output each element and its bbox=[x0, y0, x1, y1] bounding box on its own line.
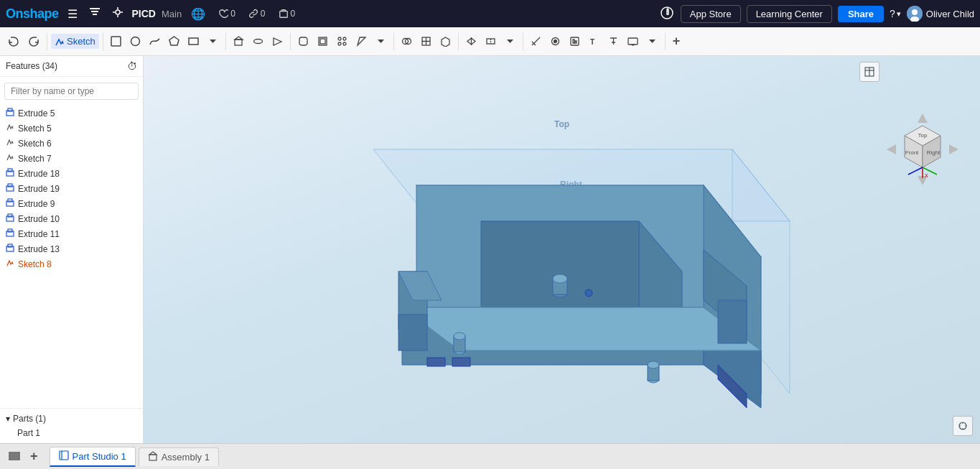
list-item[interactable]: Extrude 10 bbox=[0, 211, 143, 226]
list-item[interactable]: Extrude 13 bbox=[0, 241, 143, 256]
svg-rect-18 bbox=[235, 40, 242, 45]
feature-list: Extrude 5 Sketch 5 Sketch 6 bbox=[0, 106, 143, 408]
tools-dropdown-button[interactable] bbox=[372, 34, 390, 49]
svg-marker-89 bbox=[918, 113, 928, 123]
mate-button[interactable] bbox=[437, 34, 454, 49]
shell-button[interactable] bbox=[314, 34, 332, 49]
list-item[interactable]: Sketch 8 bbox=[0, 256, 143, 271]
svg-point-11 bbox=[912, 9, 918, 15]
assembly-tab[interactable]: Assembly 1 bbox=[139, 447, 219, 466]
part-studio-tab-icon bbox=[59, 450, 69, 463]
list-item[interactable]: Sketch 5 bbox=[0, 121, 143, 136]
toolbar-separator-4 bbox=[290, 33, 291, 50]
feature-name: Extrude 18 bbox=[18, 169, 60, 179]
shape-dropdown-button[interactable] bbox=[204, 34, 222, 49]
svg-line-36 bbox=[532, 37, 540, 45]
links-button[interactable]: 0 bbox=[245, 7, 269, 20]
svg-marker-19 bbox=[235, 37, 243, 40]
view-cube[interactable]: Top Front Right X bbox=[883, 110, 962, 189]
list-item[interactable]: Extrude 19 bbox=[0, 181, 143, 196]
section-button[interactable] bbox=[482, 34, 500, 49]
list-item[interactable]: Extrude 11 bbox=[0, 226, 143, 241]
render-button[interactable] bbox=[566, 34, 584, 49]
transform-button[interactable] bbox=[417, 34, 435, 49]
plus-button[interactable]: + bbox=[669, 32, 684, 51]
onshape-logo: Onshape bbox=[6, 6, 59, 22]
plane-button[interactable] bbox=[462, 34, 480, 49]
toolbar-separator-8 bbox=[665, 33, 666, 50]
sketch-button[interactable]: Sketch bbox=[51, 34, 99, 49]
svg-point-25 bbox=[343, 37, 346, 40]
extrude-icon bbox=[6, 198, 14, 209]
view-cube-svg: Top Front Right X bbox=[883, 110, 962, 189]
3d-viewport[interactable]: Top Right bbox=[144, 56, 980, 443]
add-tab-button[interactable]: + bbox=[27, 447, 41, 465]
revolve-button[interactable] bbox=[269, 34, 286, 49]
fillet-button[interactable] bbox=[294, 34, 312, 49]
extrude-icon bbox=[6, 108, 14, 119]
svg-marker-28 bbox=[378, 40, 384, 43]
spline-tool-button[interactable] bbox=[146, 34, 164, 49]
3d-view-button[interactable] bbox=[230, 34, 248, 49]
plane-dropdown-button[interactable] bbox=[501, 34, 519, 49]
svg-point-78 bbox=[553, 274, 567, 283]
assembly-tab-icon bbox=[148, 451, 158, 463]
list-item[interactable]: Extrude 18 bbox=[0, 166, 143, 181]
undo-button[interactable] bbox=[4, 34, 23, 50]
text-button[interactable]: T bbox=[585, 34, 603, 49]
hamburger-menu-button[interactable]: ☰ bbox=[65, 6, 80, 22]
filter-icon-button[interactable] bbox=[86, 5, 103, 22]
share-button[interactable]: Share bbox=[838, 6, 884, 22]
rectangle-tool-button[interactable] bbox=[185, 34, 202, 49]
globe-button[interactable]: 🌐 bbox=[187, 6, 209, 22]
part-studio-tab-label: Part Studio 1 bbox=[73, 451, 126, 462]
list-item[interactable]: Sketch 7 bbox=[0, 151, 143, 166]
help-button[interactable]: ? ▾ bbox=[890, 8, 901, 19]
measure-button[interactable] bbox=[527, 34, 545, 49]
list-item[interactable]: Extrude 5 bbox=[0, 106, 143, 121]
svg-point-24 bbox=[338, 37, 341, 40]
svg-rect-0 bbox=[90, 8, 100, 9]
appstore-button[interactable]: App Store bbox=[681, 5, 741, 23]
svg-rect-13 bbox=[111, 37, 121, 46]
top-view-button[interactable] bbox=[249, 34, 267, 49]
feature-name: Extrude 10 bbox=[18, 214, 60, 224]
tools-icon-button[interactable] bbox=[109, 5, 126, 22]
svg-rect-42 bbox=[628, 38, 638, 45]
variable-button[interactable] bbox=[605, 34, 622, 49]
views-button[interactable]: 0 bbox=[275, 7, 299, 20]
toolbar-separator-1 bbox=[47, 33, 47, 50]
svg-point-82 bbox=[454, 333, 465, 340]
features-filter-input[interactable] bbox=[4, 83, 139, 100]
chamfer-button[interactable] bbox=[353, 34, 370, 49]
svg-rect-112 bbox=[9, 455, 19, 457]
feature-name: Sketch 7 bbox=[18, 154, 52, 164]
likes-button[interactable]: 0 bbox=[215, 7, 239, 20]
chat-button[interactable] bbox=[661, 5, 675, 23]
user-menu-button[interactable]: Oliver Child bbox=[907, 6, 974, 22]
redo-button[interactable] bbox=[24, 34, 43, 50]
svg-marker-91 bbox=[887, 144, 896, 154]
view-settings-button[interactable] bbox=[953, 416, 973, 436]
display-dropdown-button[interactable] bbox=[643, 34, 661, 49]
pattern-button[interactable] bbox=[333, 34, 351, 49]
display-button[interactable] bbox=[624, 34, 642, 49]
new-tool-button[interactable] bbox=[107, 34, 125, 49]
part-studio-tab[interactable]: Part Studio 1 bbox=[50, 447, 136, 467]
parts-header[interactable]: ▾ Parts (1) bbox=[0, 412, 143, 426]
learning-center-button[interactable]: Learning Center bbox=[747, 5, 832, 23]
polygon-tool-button[interactable] bbox=[165, 34, 183, 49]
list-item[interactable]: Extrude 9 bbox=[0, 196, 143, 211]
timer-icon[interactable]: ⏱ bbox=[127, 60, 137, 72]
boolean-button[interactable] bbox=[398, 34, 416, 49]
circle-tool-button[interactable] bbox=[126, 34, 144, 49]
toolbar-separator-7 bbox=[523, 33, 523, 50]
appearance-button[interactable] bbox=[546, 34, 564, 49]
list-item[interactable]: Sketch 6 bbox=[0, 136, 143, 151]
svg-rect-111 bbox=[9, 452, 19, 454]
tab-settings-button[interactable] bbox=[6, 448, 23, 465]
part-item[interactable]: Part 1 bbox=[0, 426, 143, 440]
table-icon-button[interactable] bbox=[859, 62, 879, 82]
assembly-tab-label: Assembly 1 bbox=[162, 452, 210, 463]
feature-name: Extrude 9 bbox=[18, 199, 55, 209]
